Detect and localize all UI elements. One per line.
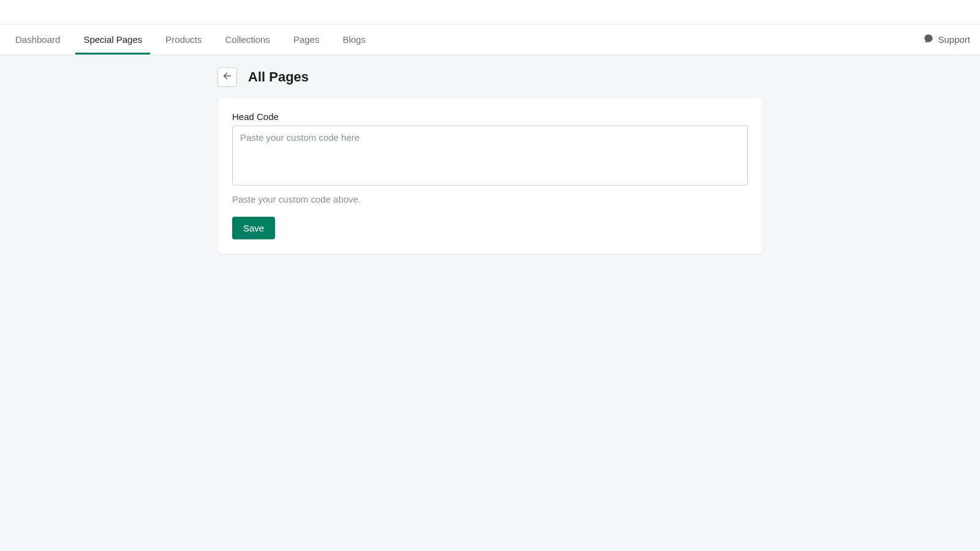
top-blank-bar — [0, 0, 980, 24]
nav-tabs: Dashboard Special Pages Products Collect… — [15, 24, 366, 54]
page-body: All Pages Head Code Paste your custom co… — [0, 55, 980, 266]
tab-pages[interactable]: Pages — [293, 24, 320, 54]
arrow-left-icon — [222, 70, 233, 84]
page-container: All Pages Head Code Paste your custom co… — [217, 67, 763, 254]
support-link[interactable]: Support — [924, 34, 970, 45]
tab-blogs[interactable]: Blogs — [342, 24, 366, 54]
tab-dashboard[interactable]: Dashboard — [15, 24, 61, 54]
tab-collections[interactable]: Collections — [225, 24, 271, 54]
support-label: Support — [938, 34, 970, 45]
head-code-card: Head Code Paste your custom code above. … — [217, 98, 763, 254]
nav-bar: Dashboard Special Pages Products Collect… — [0, 24, 980, 55]
save-button[interactable]: Save — [232, 217, 275, 239]
back-button[interactable] — [217, 67, 237, 87]
chat-icon — [924, 34, 933, 45]
page-header: All Pages — [217, 67, 763, 87]
head-code-input[interactable] — [232, 126, 748, 186]
page-title: All Pages — [248, 69, 309, 85]
nav-right: Support — [924, 24, 970, 54]
head-code-help: Paste your custom code above. — [232, 194, 748, 204]
tab-special-pages[interactable]: Special Pages — [83, 24, 143, 54]
head-code-label: Head Code — [232, 111, 748, 122]
tab-products[interactable]: Products — [165, 24, 202, 54]
